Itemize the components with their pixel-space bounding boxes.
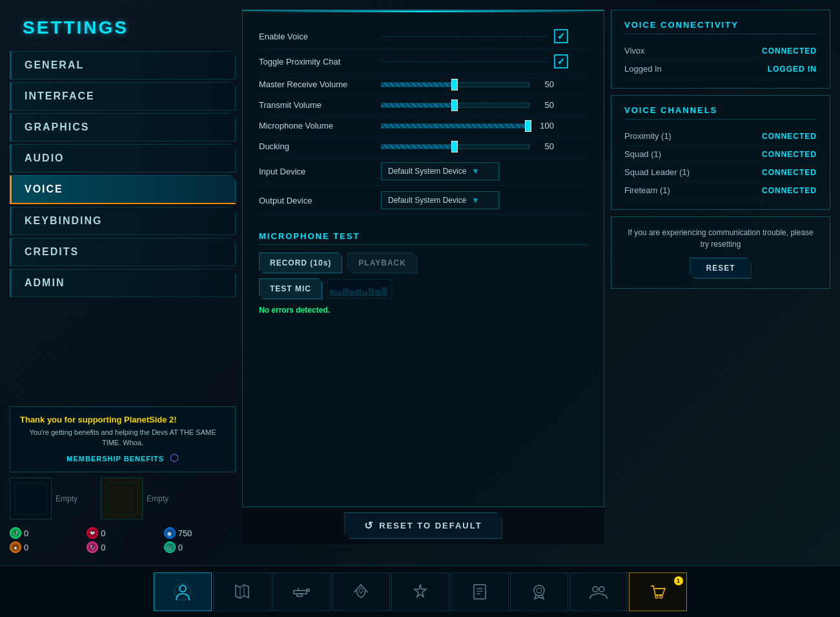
enable-voice-checkbox[interactable] — [554, 29, 568, 43]
reset-connection-box: If you are experiencing communication tr… — [611, 216, 830, 289]
inv-slot-2-label: Empty — [147, 494, 169, 503]
inventory-slot-1[interactable] — [10, 477, 52, 519]
proximity-label: Toggle Proximity Chat — [259, 57, 381, 67]
currency-6: ◎ 0 — [164, 541, 236, 553]
master-slider-value: 50 — [535, 79, 554, 89]
channel-row-proximity: Proximity (1) CONNECTED — [624, 127, 817, 145]
audio-bar-9 — [382, 288, 387, 296]
audio-bar-2 — [336, 291, 342, 296]
bottom-nav-weapons[interactable] — [272, 572, 331, 611]
currency-3-value: 750 — [178, 528, 192, 538]
inventory-slot-2[interactable] — [101, 477, 143, 519]
transmit-slider-track[interactable] — [381, 103, 529, 108]
svg-rect-7 — [297, 594, 302, 596]
membership-box: Thank you for supporting PlanetSide 2! Y… — [10, 406, 236, 472]
nav-graphics[interactable]: GRAPHICS — [10, 113, 236, 141]
svg-point-0 — [179, 585, 186, 592]
test-buttons: RECORD (10s) PLAYBACK — [259, 253, 588, 273]
svg-point-16 — [534, 585, 544, 596]
bottom-nav-store[interactable]: 1 — [629, 572, 687, 611]
svg-line-9 — [354, 590, 356, 592]
master-slider-track[interactable] — [381, 82, 529, 87]
bottom-nav-vehicles[interactable] — [332, 572, 390, 611]
svg-point-18 — [593, 587, 598, 592]
nav-voice[interactable]: VOICE — [10, 175, 236, 204]
input-device-dropdown[interactable]: Default System Device ▼ — [381, 162, 499, 180]
bottom-nav-social[interactable] — [569, 572, 628, 611]
reset-to-default-button[interactable]: ↺ RESET TO DEFAULT — [344, 512, 502, 539]
bottom-nav-map[interactable] — [213, 572, 271, 611]
vehicles-icon — [351, 582, 371, 601]
test-mic-row: TEST MIC — [259, 278, 588, 299]
voice-channels-box: VOICE CHANNELS Proximity (1) CONNECTED S… — [611, 95, 830, 210]
channel-squad-label: Squad (1) — [624, 149, 661, 159]
nav-general[interactable]: GENERAL — [10, 51, 236, 79]
channel-fireteam-status: CONNECTED — [762, 186, 817, 195]
nav-admin[interactable]: ADMIN — [10, 269, 236, 297]
output-device-value: Default System Device — [388, 196, 466, 205]
nav-audio[interactable]: AUDIO — [10, 144, 236, 173]
setting-row-proximity: Toggle Proximity Chat — [259, 49, 588, 74]
currency-2-icon: ❤ — [87, 527, 98, 539]
conn-row-vivox: Vivox CONNECTED — [624, 42, 817, 60]
proximity-checkbox[interactable] — [554, 54, 568, 68]
inv-placeholder-2 — [106, 483, 138, 515]
audio-bar-4 — [349, 291, 354, 296]
setting-row-enable-voice: Enable Voice — [259, 24, 588, 49]
mic-vol-control: 100 — [381, 121, 588, 131]
mic-vol-slider-track[interactable] — [381, 123, 529, 129]
svg-point-17 — [537, 588, 542, 593]
output-device-dropdown[interactable]: Default System Device ▼ — [381, 191, 499, 209]
voice-channels-title: VOICE CHANNELS — [624, 105, 817, 120]
settings-title: SETTINGS — [10, 10, 236, 48]
membership-link[interactable]: MEMBERSHIP BENEFITS — [67, 455, 164, 463]
enable-voice-label: Enable Voice — [259, 32, 381, 41]
mic-vol-label: Microphone Volume — [259, 121, 381, 131]
test-mic-button[interactable]: TEST MIC — [259, 278, 322, 299]
bottom-nav-achievements[interactable] — [510, 572, 568, 611]
channel-row-squad-leader: Squad Leader (1) CONNECTED — [624, 163, 817, 182]
ducking-slider-track[interactable] — [381, 144, 529, 149]
right-panel: VOICE CONNECTIVITY Vivox CONNECTED Logge… — [611, 10, 830, 556]
nav-keybinding[interactable]: KEYBINDING — [10, 207, 236, 235]
svg-line-10 — [365, 590, 368, 592]
bottom-nav-directives[interactable] — [451, 572, 509, 611]
svg-marker-11 — [415, 585, 426, 597]
record-button[interactable]: RECORD (10s) — [259, 253, 342, 273]
master-slider-fill — [382, 83, 455, 87]
ducking-slider-container: 50 — [381, 141, 554, 151]
membership-desc: You're getting benefits and helping the … — [20, 428, 225, 448]
input-device-arrow: ▼ — [471, 167, 479, 176]
currency-3-icon: ◉ — [164, 527, 176, 539]
bottom-nav-character[interactable] — [154, 572, 212, 611]
mic-status: No errors detected. — [259, 306, 588, 315]
social-icon — [589, 582, 608, 601]
directives-icon — [470, 582, 489, 601]
voice-connectivity-title: VOICE CONNECTIVITY — [624, 20, 817, 34]
character-icon — [173, 582, 192, 601]
conn-logged-status: LOGGED IN — [768, 65, 817, 74]
input-device-control: Default System Device ▼ — [381, 162, 588, 180]
nav-credits[interactable]: CREDITS — [10, 238, 236, 266]
bottom-nav-certs[interactable] — [391, 572, 449, 611]
conn-vivox-label: Vivox — [624, 46, 645, 56]
currency-1-value: 0 — [24, 528, 28, 538]
reset-info-text: If you are experiencing communication tr… — [624, 227, 817, 250]
sidebar-bottom: Thank you for supporting PlanetSide 2! Y… — [10, 400, 236, 556]
output-device-control: Default System Device ▼ — [381, 191, 588, 209]
channel-proximity-status: CONNECTED — [762, 132, 817, 141]
membership-title: Thank you for supporting PlanetSide 2! — [20, 415, 225, 424]
inv-slot-2-wrapper: Empty — [101, 477, 169, 519]
reset-connection-button[interactable]: RESET — [690, 258, 751, 278]
audio-bar-1 — [330, 290, 335, 296]
currency-4: ● 0 — [10, 541, 81, 553]
playback-button[interactable]: PLAYBACK — [347, 253, 417, 273]
weapons-icon — [292, 582, 311, 601]
currency-3: ◉ 750 — [164, 527, 236, 539]
certs-icon — [411, 582, 430, 601]
master-slider-container: 50 — [381, 79, 554, 89]
channel-proximity-label: Proximity (1) — [624, 131, 671, 141]
conn-logged-label: Logged In — [624, 64, 662, 74]
nav-interface[interactable]: INTERFACE — [10, 82, 236, 110]
store-badge: 1 — [674, 576, 683, 585]
